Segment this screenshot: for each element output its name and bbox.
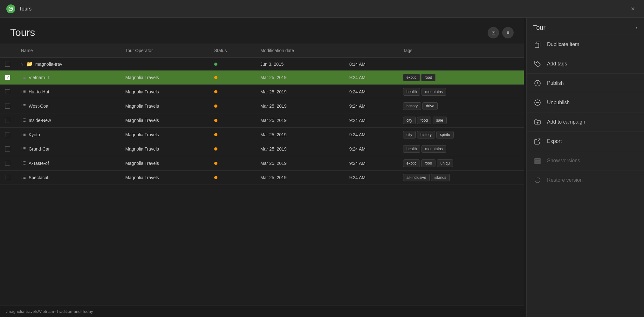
action-item-show-versions: Show versions	[527, 151, 644, 171]
svg-rect-5	[535, 158, 540, 160]
table-row[interactable]: ⠿⠿A-Taste-ofMagnolia TravelsMar 25, 2019…	[0, 156, 524, 171]
action-label-show-versions: Show versions	[547, 158, 580, 164]
row-checkbox[interactable]	[5, 118, 10, 123]
row-checkbox[interactable]	[5, 89, 10, 94]
right-panel-expand[interactable]: ›	[636, 24, 638, 31]
row-time: 9:24 AM	[344, 85, 398, 99]
row-operator: Magnolia Travels	[120, 128, 209, 142]
row-tags: healthmountains	[398, 85, 524, 99]
row-time: 9:24 AM	[344, 71, 398, 85]
folder-icon: 📁	[26, 61, 33, 67]
tag: food	[421, 74, 435, 81]
tag: uniqu	[437, 159, 453, 167]
action-item-export[interactable]: Export	[527, 132, 644, 151]
action-item-duplicate[interactable]: Duplicate item	[527, 35, 644, 54]
action-item-add-tags[interactable]: Add tags	[527, 54, 644, 74]
action-list: Duplicate item Add tags Publish Unpublis…	[527, 35, 644, 317]
row-time: 9:24 AM	[344, 113, 398, 128]
table-container[interactable]: Name Tour Operator Status Modification d…	[0, 44, 524, 306]
duplicate-icon	[533, 40, 542, 49]
action-label-publish: Publish	[547, 80, 564, 86]
row-operator: Magnolia Travels	[120, 113, 209, 128]
item-icon: ⠿⠿	[21, 146, 26, 152]
table-row[interactable]: ⠿⠿West-Coa:Magnolia TravelsMar 25, 20199…	[0, 99, 524, 113]
row-check-cell	[0, 85, 16, 99]
row-status	[209, 128, 255, 142]
table-header-row: Name Tour Operator Status Modification d…	[0, 44, 524, 58]
col-checkbox	[0, 44, 16, 58]
path-label: /magnolia-travels/Vietnam–Tradition-and-…	[6, 309, 93, 314]
row-checkbox[interactable]	[5, 175, 10, 180]
page-header: Tours ⊡ ≡	[0, 18, 524, 44]
row-check-cell	[0, 142, 16, 156]
row-operator: Magnolia Travels	[120, 171, 209, 185]
tag: exotic	[403, 74, 420, 81]
col-name[interactable]: Name	[16, 44, 120, 58]
row-date: Mar 25, 2019	[255, 71, 344, 85]
row-status	[209, 99, 255, 113]
tag: health	[403, 88, 421, 96]
row-name-container: ⠿⠿Vietnam–T	[21, 75, 115, 80]
table-row[interactable]: ⠿⠿Spectacul.Magnolia TravelsMar 25, 2019…	[0, 171, 524, 185]
table-row[interactable]: ⠿⠿KyotoMagnolia TravelsMar 25, 20199:24 …	[0, 128, 524, 142]
item-icon: ⠿⠿	[21, 175, 26, 180]
tag: mountains	[421, 145, 446, 153]
tag: spiritu	[436, 131, 454, 138]
table-row[interactable]: ⠿⠿Hut-to-HutMagnolia TravelsMar 25, 2019…	[0, 85, 524, 99]
col-tags[interactable]: Tags	[398, 44, 524, 58]
tag: drive	[422, 102, 438, 110]
close-button[interactable]: ×	[628, 4, 638, 14]
action-item-publish[interactable]: Publish	[527, 74, 644, 93]
row-check-cell	[0, 113, 16, 128]
status-dot	[214, 147, 217, 151]
tree-view-button[interactable]: ⊡	[488, 27, 499, 38]
col-date[interactable]: Modification date	[255, 44, 344, 58]
row-time: 8:14 AM	[344, 58, 398, 71]
versions-icon	[533, 156, 542, 165]
row-time: 9:24 AM	[344, 171, 398, 185]
row-checkbox[interactable]	[5, 104, 10, 109]
row-status	[209, 113, 255, 128]
status-dot	[214, 119, 217, 122]
row-checkbox[interactable]	[5, 62, 10, 67]
action-label-add-tags: Add tags	[547, 61, 567, 67]
row-checkbox[interactable]	[5, 161, 10, 166]
table-row[interactable]: ⠿⠿Grand-CarMagnolia TravelsMar 25, 20199…	[0, 142, 524, 156]
row-checkbox[interactable]	[5, 132, 10, 137]
row-status	[209, 142, 255, 156]
row-date: Mar 25, 2019	[255, 85, 344, 99]
col-status[interactable]: Status	[209, 44, 255, 58]
row-date: Mar 25, 2019	[255, 171, 344, 185]
status-dot	[214, 176, 217, 179]
row-status	[209, 156, 255, 171]
action-item-add-to-campaign[interactable]: Add to campaign	[527, 112, 644, 132]
status-dot	[214, 105, 217, 108]
list-view-icon: ≡	[506, 30, 509, 36]
status-bar: /magnolia-travels/Vietnam–Tradition-and-…	[0, 306, 524, 317]
expand-icon[interactable]: ∨	[21, 62, 24, 66]
row-name: Inside-New	[29, 118, 51, 123]
row-tags: cityfoodsale	[398, 113, 524, 128]
action-label-unpublish: Unpublish	[547, 100, 570, 105]
clock-icon	[533, 79, 542, 88]
right-panel-title: Tour	[533, 24, 545, 31]
row-name-cell: ⠿⠿Kyoto	[16, 128, 120, 142]
tag: all-inclusive	[403, 174, 430, 181]
row-check-cell	[0, 171, 16, 185]
table-row[interactable]: ⠿⠿Inside-NewMagnolia TravelsMar 25, 2019…	[0, 113, 524, 128]
tag: exotic	[403, 159, 420, 167]
action-label-duplicate: Duplicate item	[547, 42, 579, 47]
tag: city	[403, 131, 416, 138]
action-item-unpublish[interactable]: Unpublish	[527, 93, 644, 112]
row-checkbox[interactable]	[5, 146, 10, 152]
row-check-cell	[0, 128, 16, 142]
table-row[interactable]: ∨📁magnolia-travJun 3, 20158:14 AM	[0, 58, 524, 71]
status-dot	[214, 162, 217, 165]
table-row[interactable]: ⠿⠿Vietnam–TMagnolia TravelsMar 25, 20199…	[0, 71, 524, 85]
action-label-export: Export	[547, 138, 562, 144]
col-operator[interactable]: Tour Operator	[120, 44, 209, 58]
row-date: Jun 3, 2015	[255, 58, 344, 71]
tag: sale	[433, 117, 447, 124]
row-checkbox[interactable]	[5, 75, 10, 80]
list-view-button[interactable]: ≡	[502, 27, 514, 38]
